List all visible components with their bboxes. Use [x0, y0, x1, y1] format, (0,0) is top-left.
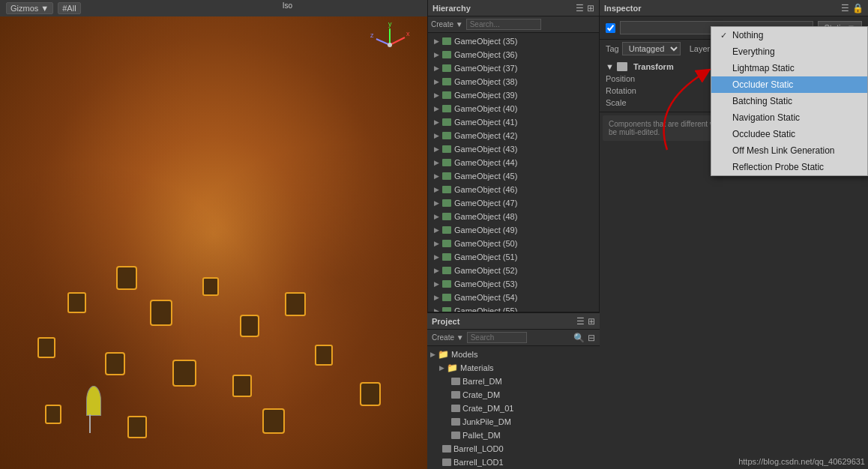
project-title: Project: [432, 317, 459, 326]
dropdown-item[interactable]: Occludee Static: [711, 126, 867, 142]
stump: [127, 416, 147, 438]
hierarchy-search-bar: Create ▼: [428, 16, 599, 33]
stump: [315, 345, 333, 366]
project-list: ▶📁Models▶📁MaterialsBarrel_DMCrate_DMCrat…: [427, 346, 600, 469]
hierarchy-item[interactable]: ▶GameObject (51): [428, 250, 599, 264]
hierarchy-item[interactable]: ▶GameObject (52): [428, 264, 599, 277]
stump: [172, 360, 196, 387]
hierarchy-item[interactable]: ▶GameObject (38): [428, 75, 599, 88]
svg-text:z: z: [370, 31, 374, 39]
project-menu-icon[interactable]: ☰: [576, 316, 585, 327]
hierarchy-item[interactable]: ▶GameObject (49): [428, 223, 599, 237]
tag-select[interactable]: Untagged: [622, 42, 681, 55]
hierarchy-item[interactable]: ▶GameObject (44): [428, 156, 599, 169]
axis-gizmo: x y z: [367, 22, 412, 67]
create-label[interactable]: Create ▼: [431, 20, 463, 28]
project-panel: Project ☰ ⊞ Create ▼ 🔍 ⊟ ▶📁Models▶📁Mater…: [427, 312, 600, 469]
marker-pole: [89, 414, 91, 433]
hierarchy-item[interactable]: ▶GameObject (40): [428, 102, 599, 115]
view-label: Iso: [283, 1, 292, 10]
dropdown-item[interactable]: ✓Nothing: [711, 27, 867, 43]
hierarchy-item[interactable]: ▶GameObject (46): [428, 183, 599, 196]
scale-label: Scale: [606, 98, 651, 107]
project-layout-icon[interactable]: ⊞: [588, 316, 595, 327]
hierarchy-item[interactable]: ▶GameObject (43): [428, 142, 599, 156]
project-filter-icon[interactable]: ⊟: [588, 333, 595, 343]
hierarchy-item[interactable]: ▶GameObject (54): [428, 291, 599, 304]
stump: [37, 337, 55, 358]
stump: [67, 292, 86, 313]
stump: [116, 266, 137, 290]
project-item[interactable]: JunkPile_DM: [427, 415, 600, 429]
tag-label: Tag: [606, 44, 619, 53]
project-search-input[interactable]: [467, 332, 527, 343]
transform-icon: [617, 62, 627, 71]
stump: [285, 292, 306, 316]
scene-toolbar: Gizmos ▼ #All Iso: [0, 0, 427, 16]
stump: [360, 382, 381, 406]
project-item[interactable]: Crate_DM_01: [427, 402, 600, 415]
project-search-icon[interactable]: 🔍: [573, 333, 585, 343]
project-toolbar: Project ☰ ⊞: [427, 313, 600, 330]
hierarchy-item[interactable]: ▶GameObject (37): [428, 61, 599, 75]
transform-expand-icon: ▼: [606, 62, 614, 71]
gizmos-button[interactable]: Gizmos ▼: [6, 2, 53, 14]
svg-line-0: [390, 37, 405, 45]
hierarchy-toolbar: Hierarchy ☰ ⊞: [428, 0, 599, 16]
project-item[interactable]: ▶📁Materials: [427, 361, 600, 375]
rotation-label: Rotation: [606, 86, 651, 95]
hierarchy-menu-icon[interactable]: ☰: [576, 3, 584, 13]
dropdown-item[interactable]: Batching Static: [711, 93, 867, 109]
inspector-menu-icon[interactable]: ☰: [841, 3, 849, 13]
dropdown-item[interactable]: Reflection Probe Static: [711, 159, 867, 175]
inspector-panel: Inspector ☰ 🔒 Static ▼ Tag Untagged Laye…: [600, 0, 868, 469]
project-item[interactable]: ▶📁Models: [427, 348, 600, 361]
stump: [45, 405, 61, 424]
project-item[interactable]: Barrel_DM: [427, 375, 600, 388]
hierarchy-item[interactable]: ▶GameObject (47): [428, 196, 599, 210]
stump: [105, 352, 125, 375]
stump: [262, 408, 285, 434]
hash-all-button[interactable]: #All: [58, 2, 80, 14]
static-flags-dropdown: ✓NothingEverythingLightmap StaticOcclude…: [711, 26, 868, 176]
project-item[interactable]: Barrell_LOD1: [427, 456, 600, 469]
project-item[interactable]: Crate_DM: [427, 388, 600, 402]
hierarchy-item[interactable]: ▶GameObject (39): [428, 88, 599, 102]
plant-marker: [86, 386, 101, 416]
project-item[interactable]: Pallet_DM: [427, 429, 600, 442]
dropdown-item[interactable]: Navigation Static: [711, 109, 867, 126]
stump: [202, 277, 219, 296]
stump: [232, 375, 252, 397]
position-label: Position: [606, 74, 651, 83]
hierarchy-item[interactable]: ▶GameObject (48): [428, 210, 599, 223]
inspector-lock-icon[interactable]: 🔒: [852, 3, 864, 13]
hierarchy-item[interactable]: ▶GameObject (41): [428, 115, 599, 129]
hierarchy-item[interactable]: ▶GameObject (35): [428, 34, 599, 48]
stump: [240, 315, 259, 337]
dropdown-item[interactable]: Off Mesh Link Generation: [711, 142, 867, 159]
dropdown-item[interactable]: Lightmap Static: [711, 60, 867, 76]
svg-point-6: [388, 43, 392, 47]
object-active-checkbox[interactable]: [606, 23, 615, 33]
hierarchy-item[interactable]: ▶GameObject (42): [428, 129, 599, 142]
hierarchy-item[interactable]: ▶GameObject (36): [428, 48, 599, 61]
hierarchy-search-input[interactable]: [466, 19, 541, 30]
dropdown-item[interactable]: Occluder Static: [711, 76, 867, 93]
layer-label: Layer: [690, 44, 711, 53]
stump: [150, 300, 172, 326]
inspector-toolbar: Inspector ☰ 🔒: [600, 0, 868, 16]
inspector-title: Inspector: [604, 4, 642, 13]
hierarchy-item[interactable]: ▶GameObject (53): [428, 277, 599, 291]
hierarchy-item[interactable]: ▶GameObject (45): [428, 169, 599, 183]
svg-text:x: x: [406, 30, 410, 37]
scene-view[interactable]: Gizmos ▼ #All Iso x y z: [0, 0, 427, 469]
project-create-btn[interactable]: Create ▼: [432, 333, 464, 342]
svg-text:y: y: [388, 22, 392, 28]
hierarchy-title: Hierarchy: [433, 4, 471, 13]
hierarchy-item[interactable]: ▶GameObject (50): [428, 237, 599, 250]
hierarchy-lock-icon[interactable]: ⊞: [587, 3, 594, 13]
transform-label: Transform: [633, 62, 674, 71]
project-search-bar: Create ▼ 🔍 ⊟: [427, 330, 600, 346]
project-item[interactable]: Barrell_LOD0: [427, 442, 600, 456]
dropdown-item[interactable]: Everything: [711, 43, 867, 60]
